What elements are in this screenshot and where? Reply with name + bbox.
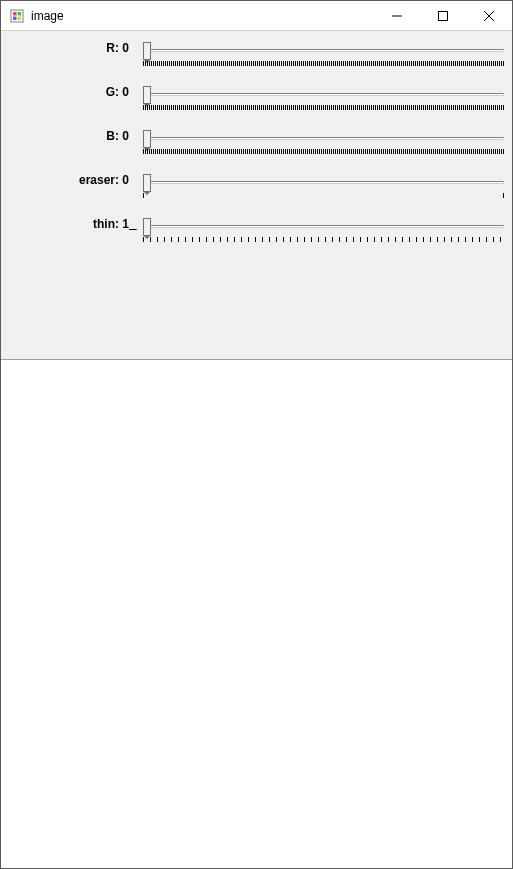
slider-row-eraser: eraser: 0 [1,171,512,215]
slider-thumb[interactable] [143,174,151,192]
slider-label-eraser: eraser: 0 [1,171,137,187]
close-button[interactable] [466,1,512,31]
slider-b[interactable] [137,127,504,163]
svg-line-7 [484,11,494,21]
minus-icon: – [129,220,137,236]
svg-rect-6 [439,11,448,20]
minimize-icon [392,11,402,21]
slider-thumb[interactable] [143,218,151,236]
close-icon [484,11,494,21]
slider-ticks [143,237,504,242]
svg-rect-1 [13,12,17,16]
slider-thumb[interactable] [143,42,151,60]
svg-rect-0 [11,10,23,22]
slider-thumb[interactable] [143,86,151,104]
window-title: image [31,9,64,23]
slider-label-thin: thin: 1 [1,215,137,231]
slider-thin[interactable]: – [137,215,504,251]
minimize-button[interactable] [374,1,420,31]
maximize-icon [438,11,448,21]
svg-rect-4 [18,16,22,20]
slider-r[interactable] [137,39,504,75]
slider-label-r: R: 0 [1,39,137,55]
svg-line-8 [484,11,494,21]
titlebar: image [1,1,512,31]
slider-track [143,137,504,140]
slider-track [143,49,504,52]
svg-rect-2 [18,12,22,16]
slider-g[interactable] [137,83,504,119]
svg-rect-3 [13,16,17,20]
slider-ticks [143,149,504,154]
slider-ticks [143,61,504,66]
slider-track [143,93,504,96]
slider-track [143,225,504,228]
slider-track [143,181,504,184]
drawing-canvas[interactable] [1,360,512,868]
slider-ticks [143,193,504,201]
slider-row-r: R: 0 [1,39,512,83]
trackbar-panel: R: 0G: 0B: 0eraser: 0thin: 1– [1,31,512,360]
slider-row-g: G: 0 [1,83,512,127]
slider-ticks [143,105,504,110]
slider-eraser[interactable] [137,171,504,207]
slider-row-thin: thin: 1– [1,215,512,259]
slider-row-b: B: 0 [1,127,512,171]
app-icon [9,8,25,24]
slider-label-b: B: 0 [1,127,137,143]
slider-label-g: G: 0 [1,83,137,99]
slider-thumb[interactable] [143,130,151,148]
maximize-button[interactable] [420,1,466,31]
